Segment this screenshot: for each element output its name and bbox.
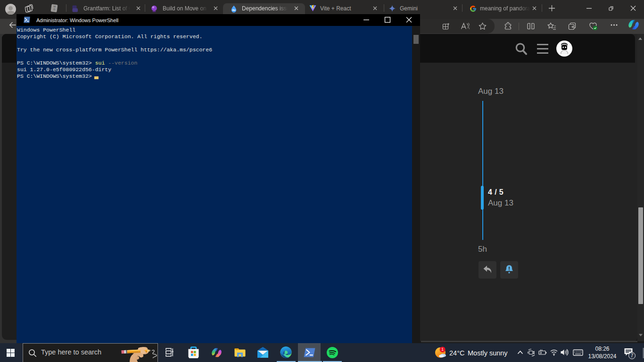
svg-text:1: 1 (441, 347, 444, 352)
svg-text:D: D (53, 8, 56, 11)
